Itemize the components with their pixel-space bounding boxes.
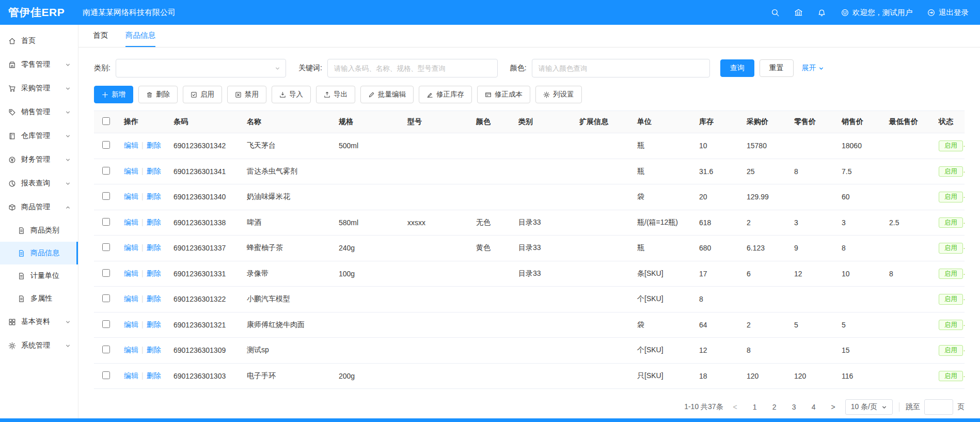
edit-link[interactable]: 编辑 <box>124 192 138 200</box>
delete-link[interactable]: 删除 <box>147 320 161 329</box>
sidebar-item-home[interactable]: 首页 <box>0 29 78 53</box>
top-header: 管伊佳ERP 南通某某网络科技有限公司 欢迎您，测试用户 退出登录 <box>0 0 980 25</box>
row-checkbox[interactable] <box>102 346 110 353</box>
delete-link[interactable]: 删除 <box>147 192 161 200</box>
sidebar-item-measure-unit[interactable]: 计量单位 <box>0 264 78 287</box>
expand-link[interactable]: 展开 <box>802 64 824 73</box>
batch-edit-button[interactable]: 批量编辑 <box>360 86 414 103</box>
welcome-user[interactable]: 欢迎您，测试用户 <box>841 8 912 18</box>
edit-link[interactable]: 编辑 <box>124 167 138 175</box>
sidebar-item-goods-category[interactable]: 商品类别 <box>0 219 78 242</box>
main-layout: 首页 零售管理 采购管理 销售管理 仓库管理 <box>0 25 980 418</box>
cell-min-price <box>883 312 932 338</box>
row-checkbox[interactable] <box>102 192 110 200</box>
sidebar-item-purchase[interactable]: 采购管理 <box>0 76 78 100</box>
page-button[interactable]: 1 <box>747 399 763 415</box>
row-checkbox[interactable] <box>102 320 110 328</box>
category-select[interactable] <box>116 59 286 77</box>
prev-page-button[interactable]: < <box>728 399 743 415</box>
action-separator: | <box>141 294 144 303</box>
select-all-checkbox[interactable] <box>102 117 110 125</box>
search-icon[interactable] <box>771 8 780 17</box>
delete-link[interactable]: 删除 <box>147 371 161 380</box>
page-size-select[interactable]: 10 条/页 <box>845 399 893 415</box>
cell-stock: 8 <box>693 287 740 312</box>
keyword-input[interactable] <box>327 59 498 77</box>
edit-link[interactable]: 编辑 <box>124 294 138 303</box>
edit-link[interactable]: 编辑 <box>124 141 138 149</box>
column-settings-button[interactable]: 列设置 <box>535 86 582 103</box>
import-button[interactable]: 导入 <box>272 86 311 103</box>
add-button[interactable]: 新增 <box>94 86 133 103</box>
pencil-icon <box>368 91 375 98</box>
cell-ext <box>573 236 631 261</box>
tab-home[interactable]: 首页 <box>93 25 108 47</box>
jump-page-input[interactable] <box>924 399 953 415</box>
delete-link[interactable]: 删除 <box>147 141 161 149</box>
status-badge: 启用 <box>939 320 963 331</box>
search-button[interactable]: 查询 <box>720 59 754 77</box>
cell-status: 启用 <box>932 133 965 159</box>
sidebar-item-retail[interactable]: 零售管理 <box>0 53 78 76</box>
cell-actions: 编辑|删除 <box>118 159 167 184</box>
bank-icon[interactable] <box>794 8 803 17</box>
table-row: 编辑|删除 6901236301322 小鹏汽车模型 个[SKU] <box>94 287 965 312</box>
fix-cost-button[interactable]: 修正成本 <box>477 86 530 103</box>
action-separator: | <box>141 243 144 252</box>
col-purchase-price: 采购价 <box>740 111 788 133</box>
row-checkbox[interactable] <box>102 371 110 379</box>
delete-link[interactable]: 删除 <box>147 243 161 252</box>
row-checkbox[interactable] <box>102 218 110 226</box>
page-button[interactable]: 2 <box>767 399 782 415</box>
fix-stock-button[interactable]: 修正库存 <box>419 86 472 103</box>
cell-unit: 袋 <box>631 184 693 210</box>
next-page-button[interactable]: > <box>826 399 841 415</box>
delete-button[interactable]: 删除 <box>138 86 178 103</box>
export-button[interactable]: 导出 <box>316 86 355 103</box>
delete-link[interactable]: 删除 <box>147 167 161 175</box>
delete-link[interactable]: 删除 <box>147 218 161 226</box>
row-checkbox[interactable] <box>102 269 110 277</box>
sidebar-item-sales[interactable]: 销售管理 <box>0 100 78 124</box>
cell-retail-price: 5 <box>788 312 835 338</box>
logout-button[interactable]: 退出登录 <box>927 8 969 18</box>
cell-purchase-price <box>740 287 788 312</box>
bell-icon[interactable] <box>817 8 826 17</box>
color-input[interactable] <box>532 59 710 77</box>
delete-link[interactable]: 删除 <box>147 269 161 277</box>
cell-sale-price: 7.5 <box>835 159 883 184</box>
chevron-down-icon <box>65 110 71 115</box>
sidebar-item-goods-info[interactable]: 商品信息 <box>0 242 78 264</box>
enable-button[interactable]: 启用 <box>183 86 222 103</box>
col-spec: 规格 <box>333 111 401 133</box>
row-checkbox[interactable] <box>102 167 110 175</box>
edit-link[interactable]: 编辑 <box>124 269 138 277</box>
delete-link[interactable]: 删除 <box>147 294 161 303</box>
page-button[interactable]: 3 <box>786 399 802 415</box>
goods-table: 操作 条码 名称 规格 型号 颜色 类别 扩展信息 单位 库存 采购价 零售价 <box>94 111 965 389</box>
cell-status: 启用 <box>932 338 965 364</box>
cell-category <box>512 363 573 389</box>
delete-link[interactable]: 删除 <box>147 346 161 354</box>
edit-link[interactable]: 编辑 <box>124 218 138 226</box>
tab-goods-info[interactable]: 商品信息 <box>125 25 155 47</box>
sidebar-item-basic-data[interactable]: 基本资料 <box>0 310 78 334</box>
edit-link[interactable]: 编辑 <box>124 346 138 354</box>
row-checkbox[interactable] <box>102 243 110 251</box>
page-button[interactable]: 4 <box>806 399 821 415</box>
sidebar-item-goods[interactable]: 商品管理 <box>0 195 78 219</box>
cell-stock: 680 <box>693 236 740 261</box>
sidebar-item-finance[interactable]: 财务管理 <box>0 148 78 171</box>
edit-link[interactable]: 编辑 <box>124 243 138 252</box>
row-checkbox[interactable] <box>102 141 110 149</box>
sidebar-item-reports[interactable]: 报表查询 <box>0 171 78 195</box>
row-checkbox[interactable] <box>102 294 110 302</box>
reset-button[interactable]: 重置 <box>760 59 794 77</box>
disable-button[interactable]: 禁用 <box>227 86 266 103</box>
table-row: 编辑|删除 6901236301331 录像带 100g 目录33 条[SKU] <box>94 261 965 287</box>
sidebar-item-warehouse[interactable]: 仓库管理 <box>0 124 78 148</box>
sidebar-item-system[interactable]: 系统管理 <box>0 334 78 357</box>
edit-link[interactable]: 编辑 <box>124 371 138 380</box>
sidebar-item-multi-attr[interactable]: 多属性 <box>0 287 78 310</box>
edit-link[interactable]: 编辑 <box>124 320 138 329</box>
